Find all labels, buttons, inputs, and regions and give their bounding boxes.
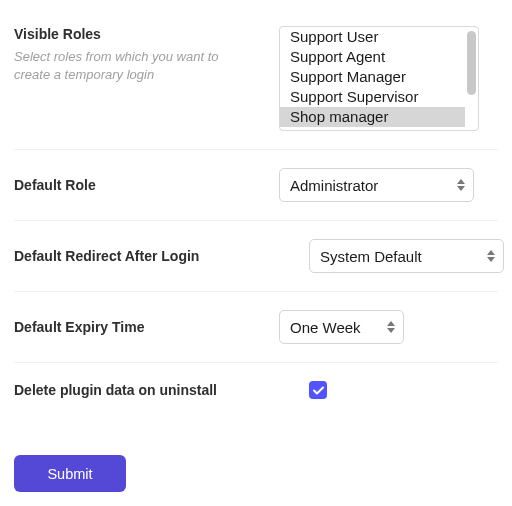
list-item[interactable]: Customer [280,127,465,131]
delete-on-uninstall-label: Delete plugin data on uninstall [14,382,269,398]
label-col-default-role: Default Role [14,177,279,193]
stepper-icon [457,179,465,191]
row-default-redirect: Default Redirect After Login System Defa… [14,221,498,292]
default-role-select[interactable]: Administrator [279,168,474,202]
control-default-redirect: System Default [279,239,504,273]
row-visible-roles: Visible Roles Select roles from which yo… [14,18,498,150]
control-default-role: Administrator [279,168,498,202]
delete-on-uninstall-checkbox[interactable] [309,381,327,399]
default-redirect-label: Default Redirect After Login [14,248,269,264]
submit-button[interactable]: Submit [14,455,126,492]
label-col-default-redirect: Default Redirect After Login [14,248,279,264]
stepper-icon [387,321,395,333]
list-item[interactable]: Support Manager [280,67,465,87]
row-delete-on-uninstall: Delete plugin data on uninstall [14,363,498,417]
stepper-icon [487,250,495,262]
default-role-value: Administrator [290,177,378,194]
label-col-delete: Delete plugin data on uninstall [14,382,279,398]
default-expiry-value: One Week [290,319,361,336]
default-redirect-select[interactable]: System Default [309,239,504,273]
visible-roles-listbox[interactable]: Support User Support Agent Support Manag… [279,26,479,131]
scrollbar-thumb[interactable] [467,31,476,95]
list-item-selected[interactable]: Shop manager [280,107,465,127]
submit-row: Submit [14,417,498,492]
row-default-expiry: Default Expiry Time One Week [14,292,498,363]
list-item[interactable]: Support Agent [280,47,465,67]
list-item[interactable]: Support Supervisor [280,87,465,107]
label-col-visible-roles: Visible Roles Select roles from which yo… [14,26,279,83]
label-col-default-expiry: Default Expiry Time [14,319,279,335]
control-delete [279,381,498,399]
control-default-expiry: One Week [279,310,498,344]
visible-roles-hint: Select roles from which you want to crea… [14,48,224,83]
visible-roles-list: Support User Support Agent Support Manag… [280,27,465,131]
default-expiry-label: Default Expiry Time [14,319,269,335]
control-visible-roles: Support User Support Agent Support Manag… [279,26,498,131]
list-item[interactable]: Support User [280,27,465,47]
default-role-label: Default Role [14,177,269,193]
default-redirect-value: System Default [320,248,422,265]
check-icon [313,386,324,395]
default-expiry-select[interactable]: One Week [279,310,404,344]
row-default-role: Default Role Administrator [14,150,498,221]
visible-roles-label: Visible Roles [14,26,269,42]
